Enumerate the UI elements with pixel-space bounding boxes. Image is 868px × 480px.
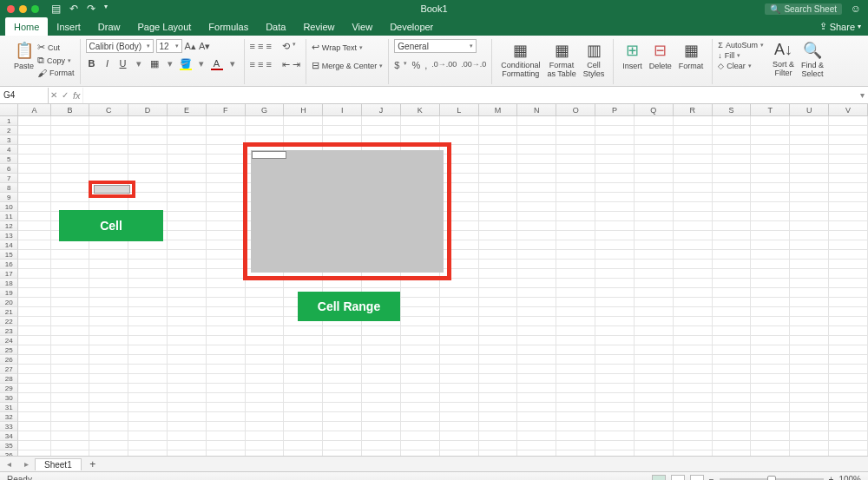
column-header[interactable]: N xyxy=(517,104,556,115)
cell[interactable] xyxy=(440,441,479,450)
cell[interactable] xyxy=(595,279,635,288)
cell[interactable] xyxy=(635,260,674,269)
cell[interactable] xyxy=(674,307,713,317)
cell[interactable] xyxy=(713,450,752,456)
cell[interactable] xyxy=(713,231,752,240)
cell[interactable] xyxy=(207,450,246,456)
cell[interactable] xyxy=(790,307,829,317)
cell[interactable] xyxy=(635,288,674,298)
cell[interactable] xyxy=(246,116,285,126)
cell[interactable] xyxy=(635,374,674,384)
cell[interactable] xyxy=(207,441,246,450)
cell[interactable] xyxy=(635,174,674,183)
cell[interactable] xyxy=(246,126,285,135)
cell[interactable] xyxy=(18,193,50,202)
row-header[interactable]: 26 xyxy=(0,355,18,365)
cell[interactable] xyxy=(595,365,635,374)
cell[interactable] xyxy=(829,202,868,212)
cell[interactable] xyxy=(18,384,50,393)
cell[interactable] xyxy=(479,212,518,221)
conditional-formatting-button[interactable]: ▦Conditional Formatting xyxy=(497,39,543,81)
cell[interactable] xyxy=(829,250,868,260)
zoom-window-icon[interactable] xyxy=(31,5,39,13)
cell[interactable] xyxy=(595,336,635,345)
cell[interactable] xyxy=(635,164,674,174)
cell[interactable] xyxy=(207,298,246,307)
increase-decimal-icon[interactable]: .0→.00 xyxy=(431,60,457,70)
row-header[interactable]: 2 xyxy=(0,126,18,135)
cell[interactable] xyxy=(323,374,362,384)
cell[interactable] xyxy=(713,403,752,412)
cell[interactable] xyxy=(635,345,674,355)
cell[interactable] xyxy=(246,441,285,450)
column-header[interactable]: V xyxy=(829,104,868,115)
cell[interactable] xyxy=(674,393,713,403)
cell[interactable] xyxy=(51,374,90,384)
cell[interactable] xyxy=(246,317,285,326)
cell[interactable] xyxy=(440,450,479,456)
cell[interactable] xyxy=(51,240,90,250)
cell[interactable] xyxy=(790,298,829,307)
cell[interactable] xyxy=(674,250,713,260)
cell[interactable] xyxy=(829,336,868,345)
cell[interactable] xyxy=(284,431,323,441)
cell[interactable] xyxy=(207,412,246,422)
cell[interactable] xyxy=(713,260,752,269)
cell[interactable] xyxy=(246,355,285,365)
cell[interactable] xyxy=(556,145,595,155)
cell[interactable] xyxy=(595,212,635,221)
cell[interactable] xyxy=(635,412,674,422)
cell[interactable] xyxy=(479,250,518,260)
cell[interactable] xyxy=(284,384,323,393)
prev-sheet-icon[interactable]: ◂ xyxy=(7,459,11,469)
cell[interactable] xyxy=(674,422,713,431)
cell[interactable] xyxy=(751,393,790,403)
underline-button[interactable]: U xyxy=(117,58,129,69)
cell[interactable] xyxy=(18,221,50,231)
cell[interactable] xyxy=(323,126,362,135)
find-select-button[interactable]: 🔍Find & Select xyxy=(798,39,827,81)
cell[interactable] xyxy=(89,307,128,317)
currency-icon[interactable]: $ xyxy=(394,60,399,70)
cell[interactable] xyxy=(829,164,868,174)
cell[interactable] xyxy=(829,126,868,135)
tab-data[interactable]: Data xyxy=(257,17,294,36)
cell[interactable] xyxy=(790,193,829,202)
cell[interactable] xyxy=(51,336,90,345)
cell[interactable] xyxy=(595,155,635,164)
cell[interactable] xyxy=(51,116,90,126)
cell[interactable] xyxy=(18,269,50,279)
cell[interactable] xyxy=(51,403,90,412)
search-sheet-input[interactable]: 🔍 Search Sheet xyxy=(765,3,842,15)
cell[interactable] xyxy=(479,317,518,326)
close-window-icon[interactable] xyxy=(7,5,15,13)
cell[interactable] xyxy=(362,326,401,336)
cell[interactable] xyxy=(674,384,713,393)
cell[interactable] xyxy=(829,279,868,288)
cell[interactable] xyxy=(51,307,90,317)
cell[interactable] xyxy=(18,260,50,269)
cell[interactable] xyxy=(246,393,285,403)
cell[interactable] xyxy=(168,193,207,202)
cell[interactable] xyxy=(246,365,285,374)
cell[interactable] xyxy=(51,126,90,135)
cell[interactable] xyxy=(479,240,518,250)
row-header[interactable]: 12 xyxy=(0,221,18,231)
wrap-text-button[interactable]: ↩Wrap Text▾ xyxy=(312,42,384,53)
cell[interactable] xyxy=(635,431,674,441)
cell[interactable] xyxy=(401,441,440,450)
row-header[interactable]: 29 xyxy=(0,384,18,393)
cell[interactable] xyxy=(829,240,868,250)
cell[interactable] xyxy=(51,288,90,298)
cell[interactable] xyxy=(362,355,401,365)
cell[interactable] xyxy=(168,135,207,145)
cell[interactable] xyxy=(556,164,595,174)
cell[interactable] xyxy=(713,116,752,126)
cell[interactable] xyxy=(128,412,168,422)
cell[interactable] xyxy=(674,126,713,135)
cell[interactable] xyxy=(479,384,518,393)
cell[interactable] xyxy=(401,374,440,384)
decrease-indent-icon[interactable]: ⇤ xyxy=(282,59,290,70)
cell[interactable] xyxy=(18,279,50,288)
cell[interactable] xyxy=(128,450,168,456)
